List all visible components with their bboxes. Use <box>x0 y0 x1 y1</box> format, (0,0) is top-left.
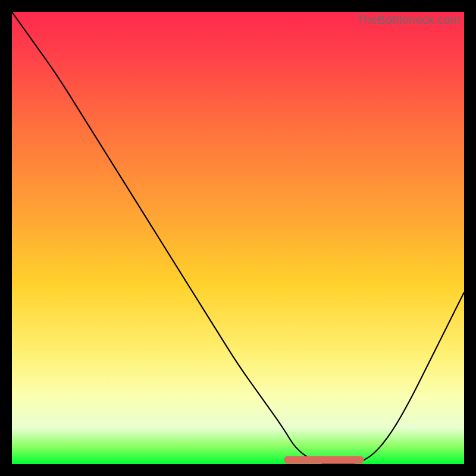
chart-svg <box>12 12 464 464</box>
chart-plot-area: TheBottleneck.com <box>12 12 464 464</box>
bottleneck-curve-path <box>12 12 464 464</box>
chart-frame: TheBottleneck.com <box>0 0 476 476</box>
